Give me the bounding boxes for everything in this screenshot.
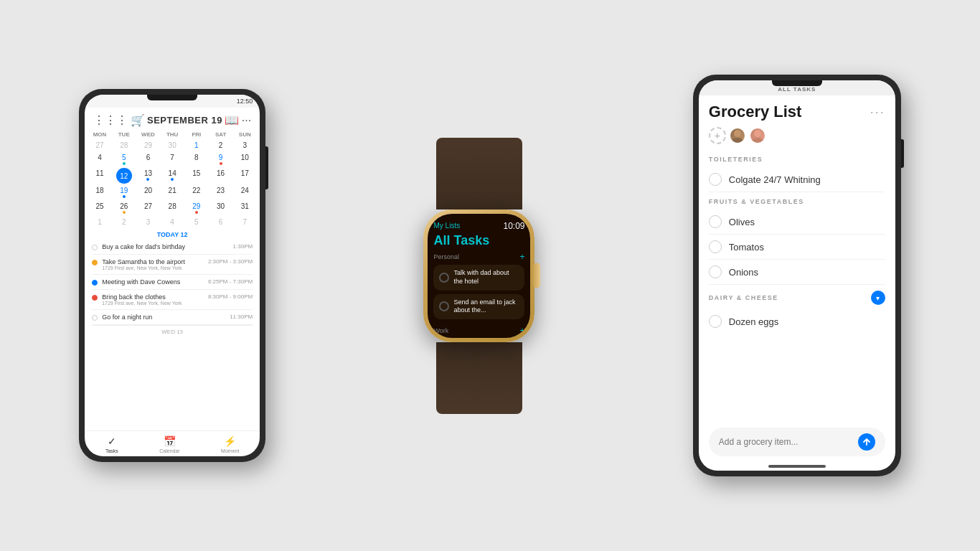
cal-day-24[interactable]: 24 xyxy=(232,184,257,200)
today-label: TODAY 12 xyxy=(85,228,260,240)
cal-day-8[interactable]: 8 xyxy=(184,151,209,167)
checkbox-tomatos[interactable] xyxy=(709,240,722,253)
checkbox-dozen-eggs[interactable] xyxy=(709,315,722,328)
cal-day-25[interactable]: 25 xyxy=(88,200,112,216)
watch-task-2[interactable]: Send an email to jack about the... xyxy=(433,294,524,319)
event-3[interactable]: Meeting with Dave Cowens 6:25PM - 7:30PM xyxy=(92,275,253,290)
cal-day-10[interactable]: 10 xyxy=(232,151,257,167)
cal-day-28[interactable]: 28 xyxy=(112,139,136,151)
calendar-title: SEPTEMBER 19 xyxy=(147,115,222,126)
cal-day-14[interactable]: 14 xyxy=(160,167,184,184)
basket-icon[interactable]: 🛒 xyxy=(131,113,145,127)
status-time: 12:50 xyxy=(237,98,253,105)
bottom-navigation: ✓ Tasks 📅 Calendar ⚡ Moment xyxy=(85,430,260,456)
cal-day-7[interactable]: 7 xyxy=(160,151,184,167)
watch-task-circle-1 xyxy=(439,273,449,283)
checkbox-olives[interactable] xyxy=(709,215,722,228)
calendar-day-names: MON TUE WED THU FRI SAT SUN xyxy=(85,130,260,139)
watch-my-lists[interactable]: My Lists xyxy=(433,222,460,230)
item-text-onions: Onions xyxy=(729,267,758,278)
cal-day-13[interactable]: 13 xyxy=(136,167,161,184)
item-colgate: Colgate 24/7 Whitning xyxy=(699,167,895,192)
tasks-icon: ✓ xyxy=(108,435,116,447)
cal-day-23[interactable]: 23 xyxy=(209,184,233,200)
calendar-events: Buy a cake for dad's birthday 1:30PM Tak… xyxy=(85,240,260,430)
cal-day-next-6[interactable]: 6 xyxy=(209,216,233,228)
svg-point-0 xyxy=(734,130,741,137)
cal-day-22[interactable]: 22 xyxy=(184,184,209,200)
watch-task-text-1: Talk with dad about the hotel xyxy=(453,269,519,286)
watch-work-add[interactable]: + xyxy=(519,326,524,336)
cal-day-21[interactable]: 21 xyxy=(160,184,184,200)
nav-tasks[interactable]: ✓ Tasks xyxy=(105,435,118,453)
event-time-4: 8:30PM - 9:00PM xyxy=(208,293,253,300)
watch-personal-add[interactable]: + xyxy=(519,252,524,262)
cal-day-17[interactable]: 17 xyxy=(232,167,257,184)
phone2-screen: ALL TASKS Grocery List ··· + TOILETERIES… xyxy=(699,80,895,471)
cal-day-next-1[interactable]: 1 xyxy=(88,216,112,228)
cal-day-18[interactable]: 18 xyxy=(88,184,112,200)
event-title-1: Buy a cake for dad's birthday xyxy=(102,243,230,250)
calendar-grid: 27 28 29 30 1 2 3 4 5 6 7 8 9 10 11 12 1… xyxy=(85,139,260,228)
cal-day-12-today[interactable]: 12 xyxy=(116,168,132,184)
checkbox-onions[interactable] xyxy=(709,265,722,278)
event-time-1: 1:30PM xyxy=(233,243,253,250)
cal-day-next-5[interactable]: 5 xyxy=(184,216,209,228)
cal-day-31[interactable]: 31 xyxy=(232,200,257,216)
cal-day-28b[interactable]: 28 xyxy=(160,200,184,216)
cal-day-next-3[interactable]: 3 xyxy=(136,216,161,228)
cal-day-30b[interactable]: 30 xyxy=(209,200,233,216)
watch-personal-section: Personal + xyxy=(433,252,524,262)
cal-day-20[interactable]: 20 xyxy=(136,184,161,200)
cal-day-next-2[interactable]: 2 xyxy=(112,216,136,228)
add-item-input[interactable] xyxy=(719,437,852,447)
cal-day-27[interactable]: 27 xyxy=(88,139,112,151)
grocery-more-icon[interactable]: ··· xyxy=(870,105,885,120)
event-4[interactable]: Bring back the clothes 1729 First ave, N… xyxy=(92,290,253,310)
nav-calendar[interactable]: 📅 Calendar xyxy=(159,435,179,453)
cal-day-27b[interactable]: 27 xyxy=(136,200,161,216)
day-sun: SUN xyxy=(232,130,257,139)
watch-band-top xyxy=(436,138,522,209)
watch-work-label: Work xyxy=(433,327,448,334)
event-1[interactable]: Buy a cake for dad's birthday 1:30PM xyxy=(92,240,253,255)
add-collaborator-btn[interactable]: + xyxy=(709,127,726,144)
cal-day-3[interactable]: 3 xyxy=(232,139,257,151)
cal-day-19[interactable]: 19 xyxy=(112,184,136,200)
event-5[interactable]: Go for a night run 11:30PM xyxy=(92,310,253,325)
cal-day-1[interactable]: 1 xyxy=(184,139,209,151)
book-icon[interactable]: 📖 xyxy=(225,113,239,127)
home-indicator[interactable] xyxy=(768,465,826,468)
checkbox-colgate[interactable] xyxy=(709,173,722,186)
day-mon: MON xyxy=(88,130,112,139)
cal-day-next-4[interactable]: 4 xyxy=(160,216,184,228)
toileteries-label: TOILETERIES xyxy=(709,156,763,163)
cal-day-29[interactable]: 29 xyxy=(136,139,161,151)
day-tue: TUE xyxy=(112,130,136,139)
cal-day-2[interactable]: 2 xyxy=(209,139,233,151)
svg-point-3 xyxy=(752,138,763,143)
watch-task-1[interactable]: Talk with dad about the hotel xyxy=(433,265,524,290)
cal-day-16[interactable]: 16 xyxy=(209,167,233,184)
cal-day-11[interactable]: 11 xyxy=(88,167,112,184)
dairy-chevron[interactable]: ▾ xyxy=(871,291,885,305)
event-dot-2 xyxy=(92,260,98,265)
cal-day-6[interactable]: 6 xyxy=(136,151,161,167)
send-btn[interactable] xyxy=(858,433,875,451)
avatar-male xyxy=(729,127,746,144)
nav-moment[interactable]: ⚡ Moment xyxy=(221,435,239,453)
cal-day-4[interactable]: 4 xyxy=(88,151,112,167)
item-text-colgate: Colgate 24/7 Whitning xyxy=(729,174,821,185)
event-2[interactable]: Take Samantha to the airport 1729 First … xyxy=(92,255,253,275)
more-icon[interactable]: ··· xyxy=(242,114,251,127)
cal-day-30[interactable]: 30 xyxy=(160,139,184,151)
cal-day-next-7[interactable]: 7 xyxy=(232,216,257,228)
grid-icon[interactable]: ⋮⋮⋮ xyxy=(93,113,128,127)
cal-day-26[interactable]: 26 xyxy=(112,200,136,216)
cal-day-15[interactable]: 15 xyxy=(184,167,209,184)
cal-day-29[interactable]: 29 xyxy=(184,200,209,216)
dairy-section-header: DAIRY & CHEESE ▾ xyxy=(699,285,895,309)
cal-day-5[interactable]: 5 xyxy=(112,151,136,167)
watch-crown[interactable] xyxy=(533,263,540,288)
cal-day-9[interactable]: 9 xyxy=(209,151,233,167)
